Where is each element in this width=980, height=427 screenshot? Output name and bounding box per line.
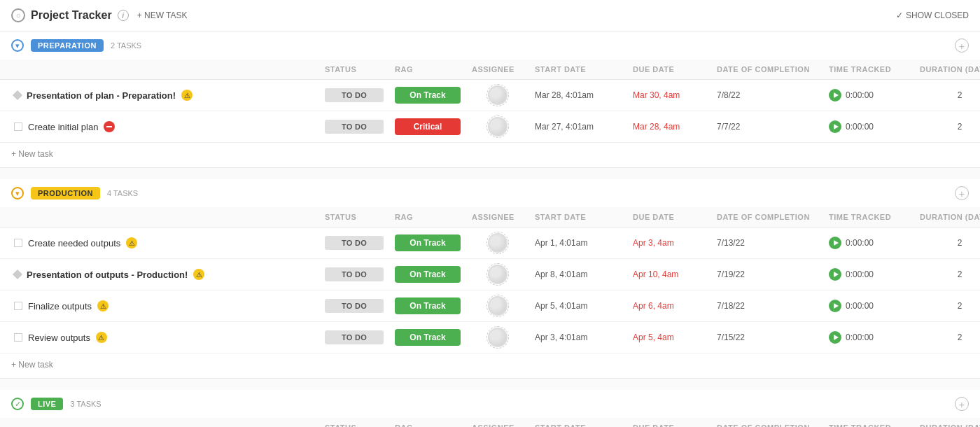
col-header-status: STATUS: [319, 421, 389, 427]
task-name-cell: Presentation of plan - Preparation!⚠: [11, 90, 319, 101]
table-row: Presentation of plan - Preparation!⚠TO D…: [0, 80, 980, 111]
col-header-task: [11, 421, 319, 427]
header-new-task-button[interactable]: + NEW TASK: [137, 10, 188, 20]
status-badge[interactable]: TO DO: [325, 120, 384, 134]
task-name-label: Create needed outputs: [28, 238, 120, 248]
warning-icon[interactable]: ⚠: [97, 300, 108, 312]
play-timer-icon[interactable]: [829, 300, 841, 312]
play-timer-icon[interactable]: [829, 89, 841, 102]
section-badge-live: LIVE: [31, 398, 63, 410]
status-badge[interactable]: TO DO: [325, 299, 384, 313]
section-add-icon-live[interactable]: +: [955, 397, 969, 411]
play-timer-icon[interactable]: [829, 237, 841, 249]
rag-badge[interactable]: On Track: [395, 234, 461, 251]
warning-icon[interactable]: ⚠: [193, 269, 204, 280]
task-checkbox-icon[interactable]: [14, 239, 22, 247]
status-cell: TO DO: [319, 88, 389, 102]
time-tracked-cell: 0:00:00: [823, 89, 914, 102]
rag-badge[interactable]: On Track: [395, 87, 461, 104]
due-date-cell: Apr 6, 4am: [627, 301, 711, 311]
project-icon: ○: [11, 8, 25, 22]
app-title: Project Tracker: [31, 9, 112, 22]
play-triangle-icon: [834, 303, 839, 309]
due-date-cell: Mar 28, 4am: [627, 122, 711, 132]
col-header-assignee: ASSIGNEE: [466, 421, 529, 427]
completion-date-cell: 7/18/22: [711, 301, 823, 311]
show-closed-label: SHOW CLOSED: [906, 10, 969, 20]
col-header-due-date: DUE DATE: [627, 62, 711, 76]
avatar[interactable]: [486, 232, 509, 254]
avatar-ring: [488, 85, 507, 105]
play-triangle-icon: [834, 92, 839, 98]
warning-icon[interactable]: ⚠: [96, 332, 107, 343]
task-name-label: Create initial plan: [28, 122, 98, 132]
duration-cell: 2: [914, 301, 980, 311]
rag-badge[interactable]: On Track: [395, 298, 461, 314]
table-row: Presentation of outputs - Production!⚠TO…: [0, 259, 980, 290]
play-triangle-icon: [834, 240, 839, 246]
info-icon[interactable]: i: [118, 10, 129, 21]
completion-date-cell: 7/19/22: [711, 270, 823, 279]
col-header-duration-days: DURATION (DAYS): [914, 62, 980, 76]
avatar-ring: [488, 117, 507, 136]
time-value-label: 0:00:00: [846, 270, 874, 279]
time-value-label: 0:00:00: [846, 332, 874, 342]
completion-date-cell: 7/8/22: [711, 90, 823, 100]
start-date-cell: Mar 28, 4:01am: [529, 90, 627, 100]
rag-badge[interactable]: On Track: [395, 329, 461, 346]
task-name-label: Finalize outputs: [28, 301, 92, 312]
col-header-start-date: START DATE: [529, 62, 627, 76]
play-triangle-icon: [834, 335, 839, 340]
avatar[interactable]: [486, 326, 509, 349]
status-badge[interactable]: TO DO: [325, 236, 384, 250]
table-row: Create needed outputs⚠TO DOOn TrackApr 1…: [0, 227, 980, 259]
rag-badge[interactable]: On Track: [395, 266, 461, 283]
section-live: ✓LIVE3 TASKS+STATUSRAGASSIGNEESTART DATE…: [0, 390, 980, 427]
warning-icon[interactable]: ⚠: [126, 237, 137, 248]
col-header-rag: RAG: [389, 210, 466, 224]
add-task-button-production[interactable]: + New task: [11, 360, 53, 370]
avatar[interactable]: [486, 263, 509, 286]
avatar[interactable]: [486, 115, 509, 138]
col-header-time-tracked: TIME TRACKED: [823, 210, 914, 224]
play-timer-icon[interactable]: [829, 120, 841, 133]
time-value-label: 0:00:00: [846, 301, 874, 311]
warning-icon[interactable]: ⚠: [181, 90, 192, 101]
avatar[interactable]: [486, 295, 509, 317]
section-add-icon-production[interactable]: +: [955, 186, 969, 200]
completion-date-cell: 7/7/22: [711, 122, 823, 132]
rag-cell: On Track: [389, 298, 466, 314]
table-row: Create initial planTO DOCriticalMar 27, …: [0, 111, 980, 143]
col-header-due-date: DUE DATE: [627, 421, 711, 427]
play-timer-icon[interactable]: [829, 331, 841, 344]
col-header-duration-days: DURATION (DAYS): [914, 421, 980, 427]
start-date-cell: Apr 5, 4:01am: [529, 301, 627, 311]
show-closed-button[interactable]: ✓ SHOW CLOSED: [896, 10, 969, 20]
status-badge[interactable]: TO DO: [325, 330, 384, 344]
task-name-label: Presentation of plan - Preparation!: [27, 90, 176, 101]
avatar[interactable]: [486, 84, 509, 106]
time-value-label: 0:00:00: [846, 90, 874, 100]
section-toggle-production[interactable]: ▾: [11, 187, 24, 200]
task-checkbox-icon[interactable]: [14, 122, 22, 131]
status-badge[interactable]: TO DO: [325, 267, 384, 281]
rag-badge[interactable]: Critical: [395, 118, 461, 135]
add-task-button-preparation[interactable]: + New task: [11, 149, 53, 159]
new-task-row-production: + New task: [0, 354, 980, 375]
task-checkbox-icon[interactable]: [14, 333, 22, 342]
duration-cell: 2: [914, 332, 980, 342]
col-header-time-tracked: TIME TRACKED: [823, 421, 914, 427]
stop-icon[interactable]: [104, 121, 115, 132]
rag-cell: On Track: [389, 234, 466, 251]
section-toggle-preparation[interactable]: ▾: [11, 39, 24, 52]
status-badge[interactable]: TO DO: [325, 88, 384, 102]
section-add-icon-preparation[interactable]: +: [955, 38, 969, 52]
play-triangle-icon: [834, 124, 839, 130]
task-checkbox-icon[interactable]: [14, 302, 22, 310]
duration-cell: 2: [914, 270, 980, 279]
task-name-cell: Create initial plan: [11, 121, 319, 132]
play-timer-icon[interactable]: [829, 268, 841, 281]
status-cell: TO DO: [319, 267, 389, 281]
section-toggle-live[interactable]: ✓: [11, 398, 24, 410]
due-date-cell: Mar 30, 4am: [627, 90, 711, 100]
